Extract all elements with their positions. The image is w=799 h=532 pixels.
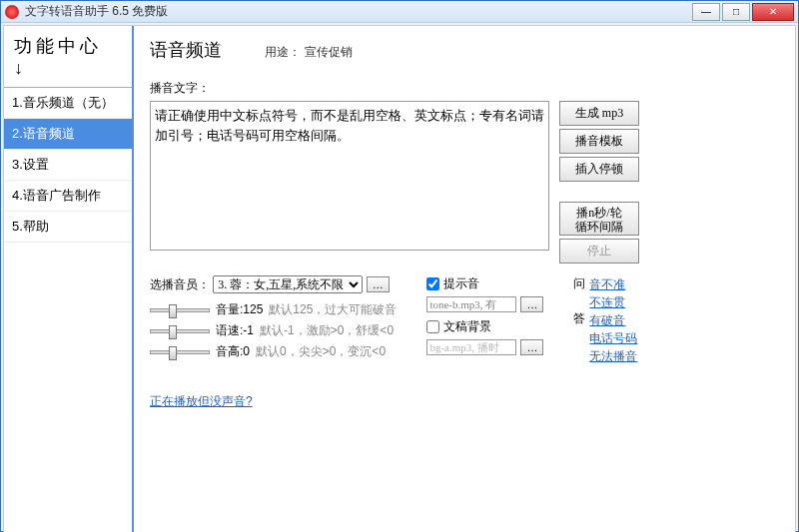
voice-label: 选播音员：	[150, 277, 210, 291]
app-window: 文字转语音助手 6.5 免费版 — □ ✕ 功能中心 ↓ 1.音乐频道（无） 2…	[0, 0, 799, 532]
volume-slider[interactable]	[150, 308, 210, 312]
faq-link-4[interactable]: 电话号码	[589, 329, 637, 347]
faq-q-label: 问	[573, 275, 585, 292]
speed-slider[interactable]	[150, 329, 210, 333]
close-button[interactable]: ✕	[752, 3, 794, 21]
speed-label: 语速:-1	[216, 322, 254, 339]
tip-sound-label: 提示音	[443, 275, 479, 292]
stop-button[interactable]: 停止	[559, 239, 639, 264]
bg-sound-file[interactable]	[426, 339, 516, 355]
tip-sound-browse[interactable]: …	[520, 296, 543, 312]
usage-label: 用途：	[265, 45, 301, 59]
sidebar-item-settings[interactable]: 3.设置	[4, 150, 132, 181]
main-panel: 语音频道 用途： 宣传促销 播音文字： 请正确使用中文标点符号，而不是乱用空格、…	[134, 26, 795, 532]
sidebar: 功能中心 ↓ 1.音乐频道（无） 2.语音频道 3.设置 4.语音广告制作 5.…	[4, 26, 134, 532]
bg-sound-label: 文稿背景	[443, 318, 491, 335]
minimize-button[interactable]: —	[692, 3, 720, 21]
pitch-label: 音高:0	[216, 343, 250, 360]
sidebar-header: 功能中心 ↓	[4, 26, 132, 88]
tip-sound-checkbox[interactable]	[426, 277, 439, 290]
faq-a-label: 答	[573, 310, 585, 327]
volume-hint: 默认125，过大可能破音	[269, 301, 397, 318]
faq-link-1[interactable]: 音不准	[589, 275, 637, 293]
pitch-hint: 默认0，尖尖>0，变沉<0	[256, 343, 386, 360]
voice-more-button[interactable]: …	[367, 276, 390, 292]
insert-pause-button[interactable]: 插入停顿	[559, 157, 639, 182]
template-button[interactable]: 播音模板	[559, 129, 639, 154]
voice-select[interactable]: 3. 蓉：女,五星,系统不限	[213, 275, 363, 293]
page-title: 语音频道	[150, 38, 222, 62]
faq-link-5[interactable]: 无法播音	[589, 347, 637, 365]
sidebar-item-voice[interactable]: 2.语音频道	[4, 119, 132, 150]
pitch-slider[interactable]	[150, 350, 210, 354]
app-icon	[5, 5, 19, 19]
faq-link-3[interactable]: 有破音	[589, 311, 637, 329]
no-sound-help-link[interactable]: 正在播放但没声音?	[150, 394, 253, 408]
volume-label: 音量:125	[216, 301, 263, 318]
sidebar-item-ad[interactable]: 4.语音广告制作	[4, 181, 132, 212]
generate-mp3-button[interactable]: 生成 mp3	[559, 101, 639, 126]
titlebar: 文字转语音助手 6.5 免费版 — □ ✕	[1, 1, 798, 23]
maximize-button[interactable]: □	[722, 3, 750, 21]
window-title: 文字转语音助手 6.5 免费版	[25, 3, 692, 20]
sidebar-item-music[interactable]: 1.音乐频道（无）	[4, 88, 132, 119]
faq-link-2[interactable]: 不连贯	[589, 293, 637, 311]
bg-sound-browse[interactable]: …	[520, 339, 543, 355]
bg-sound-checkbox[interactable]	[426, 320, 439, 333]
broadcast-text-input[interactable]: 请正确使用中文标点符号，而不是乱用空格、英文标点；专有名词请加引号；电话号码可用…	[150, 101, 549, 251]
text-label: 播音文字：	[150, 80, 779, 97]
sidebar-item-help[interactable]: 5.帮助	[4, 212, 132, 243]
loop-interval-button[interactable]: 播n秒/轮 循环间隔	[559, 202, 639, 236]
usage-value: 宣传促销	[305, 45, 353, 59]
speed-hint: 默认-1，激励>0，舒缓<0	[260, 322, 394, 339]
tip-sound-file[interactable]	[426, 296, 516, 312]
